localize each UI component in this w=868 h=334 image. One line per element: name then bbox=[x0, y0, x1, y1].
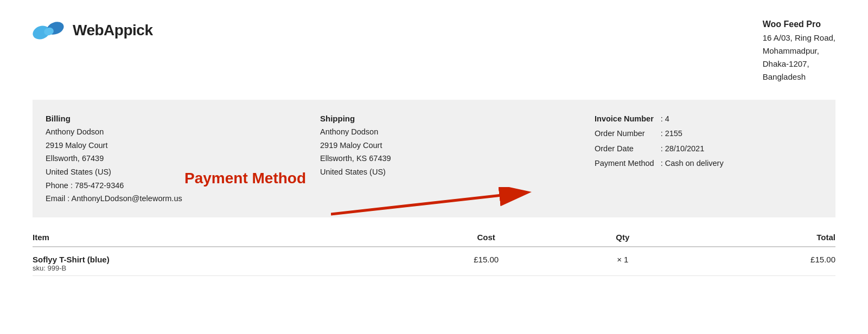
shipping-col: Shipping Anthony Dodson 2919 Maloy Court… bbox=[320, 112, 595, 179]
order-date-value: : 28/10/2021 bbox=[661, 142, 724, 157]
col-header-total: Total bbox=[691, 233, 835, 242]
billing-email-label: Email : bbox=[46, 194, 69, 203]
company-address-line3: Dhaka-1207, bbox=[763, 57, 835, 70]
invoice-col: Invoice Number Order Number Order Date P… bbox=[595, 112, 822, 171]
company-address-line4: Bangladesh bbox=[763, 70, 835, 84]
info-bar: Billing Anthony Dodson 2919 Maloy Court … bbox=[33, 100, 835, 217]
billing-email: Email : AnthonyLDodson@teleworm.us bbox=[46, 192, 320, 205]
company-address-line1: 16 A/03, Ring Road, bbox=[763, 31, 835, 44]
invoice-number-value: : 4 bbox=[661, 112, 724, 127]
invoice-labels: Invoice Number Order Number Order Date P… bbox=[595, 112, 654, 171]
row-cost: £15.00 bbox=[418, 255, 554, 272]
row-item-col: Soflyy T-Shirt (blue) sku: 999-B bbox=[33, 255, 418, 272]
logo-text: WebAppick bbox=[73, 22, 152, 39]
billing-col: Billing Anthony Dodson 2919 Maloy Court … bbox=[46, 112, 320, 205]
col-header-cost: Cost bbox=[418, 233, 554, 242]
row-total: £15.00 bbox=[691, 255, 835, 272]
logo-area: WebAppick bbox=[33, 17, 152, 43]
billing-phone-label: Phone : bbox=[46, 181, 73, 190]
order-number-label: Order Number bbox=[595, 126, 654, 142]
billing-city: Ellsworth, 67439 bbox=[46, 152, 320, 165]
invoice-page: WebAppick Woo Feed Pro 16 A/03, Ring Roa… bbox=[0, 0, 868, 334]
payment-method-value: : Cash on delivery bbox=[661, 156, 724, 171]
table-row: Soflyy T-Shirt (blue) sku: 999-B £15.00 … bbox=[33, 247, 835, 276]
col-header-item: Item bbox=[33, 233, 418, 242]
shipping-title: Shipping bbox=[320, 112, 595, 126]
annotation-label: Payment Method bbox=[184, 170, 306, 187]
billing-address1: 2919 Maloy Court bbox=[46, 139, 320, 152]
company-address: Woo Feed Pro 16 A/03, Ring Road, Mohamma… bbox=[763, 17, 835, 84]
order-date-label: Order Date bbox=[595, 142, 654, 157]
product-sku: sku: 999-B bbox=[33, 264, 418, 272]
shipping-city: Ellsworth, KS 67439 bbox=[320, 152, 595, 165]
company-address-line2: Mohammadpur, bbox=[763, 44, 835, 57]
billing-title: Billing bbox=[46, 112, 320, 126]
shipping-country: United States (US) bbox=[320, 165, 595, 179]
company-name: Woo Feed Pro bbox=[763, 17, 835, 31]
billing-email-value: AnthonyLDodson@teleworm.us bbox=[72, 194, 182, 203]
invoice-values: : 4 : 2155 : 28/10/2021 : Cash on delive… bbox=[654, 112, 724, 171]
order-number-value: : 2155 bbox=[661, 126, 724, 142]
invoice-number-label: Invoice Number bbox=[595, 112, 654, 127]
billing-phone-value: 785-472-9346 bbox=[75, 181, 124, 190]
row-qty: × 1 bbox=[554, 255, 691, 272]
header: WebAppick Woo Feed Pro 16 A/03, Ring Roa… bbox=[33, 17, 835, 84]
billing-name: Anthony Dodson bbox=[46, 125, 320, 139]
payment-method-label: Payment Method bbox=[595, 156, 654, 171]
col-header-qty: Qty bbox=[554, 233, 691, 242]
product-name: Soflyy T-Shirt (blue) bbox=[33, 255, 418, 264]
table-section: Item Cost Qty Total Soflyy T-Shirt (blue… bbox=[33, 227, 835, 276]
webappick-logo-icon bbox=[33, 17, 67, 43]
shipping-address1: 2919 Maloy Court bbox=[320, 139, 595, 152]
table-header: Item Cost Qty Total bbox=[33, 227, 835, 247]
shipping-name: Anthony Dodson bbox=[320, 125, 595, 139]
